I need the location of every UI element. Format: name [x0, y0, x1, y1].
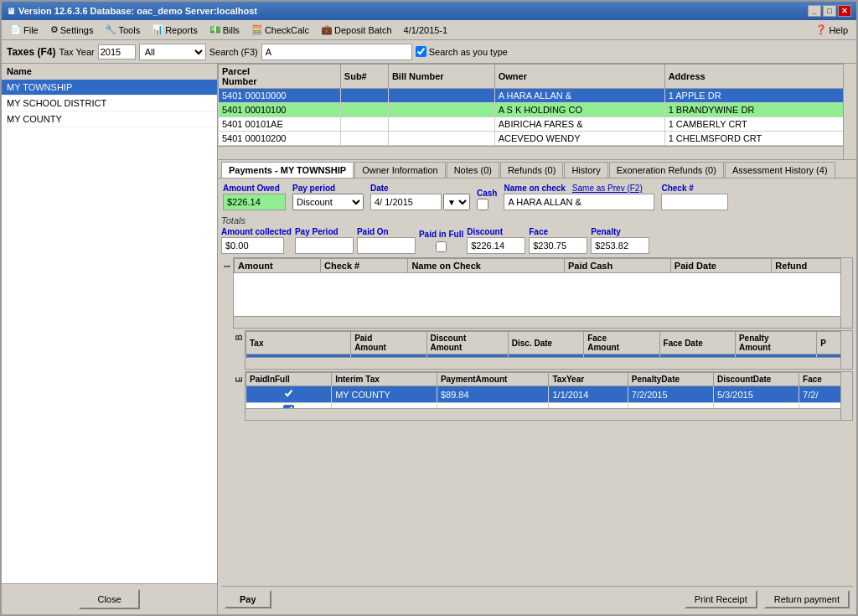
table-row[interactable]: 5401 00010000 A HARA ALLAN & 1 APPLE DR [219, 89, 856, 103]
parcel-col-header: ParcelNumber [219, 65, 341, 89]
cash-checkbox[interactable] [477, 199, 488, 210]
maximize-button[interactable]: □ [823, 5, 836, 17]
list-item-my-school[interactable]: MY SCHOOL DISTRICT [2, 96, 217, 111]
address-col-header: Address [664, 65, 855, 89]
pay-period-totals-input[interactable] [295, 237, 354, 254]
bill-cell [388, 117, 494, 132]
menu-settings[interactable]: ⚙ Settings [45, 23, 99, 37]
owner-cell: ACEVEDO WENDY [494, 132, 664, 146]
discount-input[interactable] [467, 237, 525, 254]
name-on-check-input[interactable] [504, 194, 654, 210]
tab-exoneration[interactable]: Exoneration Refunds (0) [609, 162, 724, 178]
menu-bills[interactable]: 💵 Bills [204, 23, 245, 37]
check-num-input[interactable] [661, 194, 728, 210]
amount-collected-input[interactable] [221, 237, 284, 254]
table-row[interactable]: 5401 00101AE ABIRICHA FARES & 1 CAMBERLY… [219, 117, 856, 132]
owner-cell: A HARA ALLAN & [494, 89, 664, 103]
tax-bills-scrollbar-v[interactable] [840, 331, 852, 369]
collect-section: Collect Amount Check # Name [221, 257, 853, 586]
checkcalc-icon: 🧮 [251, 24, 263, 35]
tab-history[interactable]: History [564, 162, 607, 178]
parcels-scrollbar-h[interactable] [218, 146, 843, 159]
date-dropdown[interactable]: ▼ [443, 194, 470, 210]
pay-period-totals-label: Pay Period [295, 227, 354, 236]
collect-scrollbar-v[interactable] [840, 258, 852, 328]
date-input[interactable] [370, 194, 442, 210]
totals-label: Totals [221, 215, 853, 225]
tab-notes[interactable]: Notes (0) [447, 162, 499, 178]
main-area: Name MY TOWNSHIP MY SCHOOL DISTRICT MY C… [2, 64, 856, 614]
tab-refunds[interactable]: Refunds (0) [500, 162, 563, 178]
return-payment-button[interactable]: Return payment [764, 590, 850, 608]
main-toolbar: Taxes (F4) Tax Year All Search (F3) Sear… [2, 40, 856, 64]
filter-dropdown[interactable]: All [139, 44, 206, 60]
interim-scrollbar-h[interactable] [246, 408, 840, 420]
pay-period-dropdown[interactable]: Discount Face Penalty [292, 194, 364, 210]
tax-year-input[interactable] [98, 44, 136, 60]
face-input[interactable] [529, 237, 587, 254]
amount-collected-field: Amount collected [221, 227, 292, 254]
face-date-col-header: Face Date [659, 332, 735, 355]
disc-date-col-header: Disc. Date [508, 332, 583, 355]
list-item-my-county[interactable]: MY COUNTY [2, 111, 217, 127]
interim-scrollbar-v[interactable] [840, 372, 852, 420]
tax-bills-scrollbar-h[interactable] [246, 357, 840, 369]
discount-date-col-header: DiscountDate [713, 373, 799, 386]
tax-bills-content: Tax PaidAmount DiscountAmount Disc. Date… [245, 330, 853, 370]
tab-payments[interactable]: Payments - MY TOWNSHIP [221, 162, 354, 178]
close-button[interactable]: Close [79, 589, 139, 609]
address-cell: 1 CHELMSFORD CRT [664, 132, 855, 146]
tools-icon: 🔧 [105, 24, 116, 35]
face-label: Face [529, 227, 587, 236]
sub-cell [340, 132, 388, 146]
list-item-my-township[interactable]: MY TOWNSHIP [2, 80, 217, 96]
penalty-label: Penalty [591, 227, 649, 236]
same-as-prev-link[interactable]: Same as Prev (F2) [572, 184, 643, 193]
paid-in-full-checkbox[interactable] [419, 241, 463, 252]
table-row[interactable]: 5401 00010100 A S K HOLDING CO 1 BRANDYW… [219, 103, 856, 117]
discount-date-cell: 5/3/2015 [713, 386, 799, 403]
penalty-field: Penalty [591, 227, 649, 254]
check-num-label: Check # [661, 184, 728, 193]
penalty-input[interactable] [591, 237, 649, 254]
discount-amount-col-header: DiscountAmount [426, 332, 508, 355]
parcels-scrollbar-v[interactable] [843, 64, 856, 159]
paid-on-input[interactable] [357, 237, 416, 254]
menu-deposit-batch[interactable]: 💼 Deposit Batch [316, 23, 396, 37]
collect-content: Amount Check # Name on Check Paid Cash P… [233, 257, 853, 586]
collect-scrollbar-h[interactable] [234, 316, 840, 328]
menu-help[interactable]: ❓ Help [810, 23, 853, 37]
penalty-amount-col-header: PenaltyAmount [735, 332, 816, 355]
pay-button[interactable]: Pay [225, 590, 271, 608]
owner-cell: ABIRICHA FARES & [494, 117, 664, 132]
sub-cell [340, 89, 388, 103]
amount-owed-input[interactable] [223, 194, 286, 210]
menu-checkcalc[interactable]: 🧮 CheckCalc [246, 23, 314, 37]
tab-assessment[interactable]: Assessment History (4) [725, 162, 835, 178]
menu-tools[interactable]: 🔧 Tools [100, 23, 145, 37]
collect-table: Amount Check # Name on Check Paid Cash P… [234, 258, 852, 273]
menu-reports[interactable]: 📊 Reports [147, 23, 203, 37]
face-field: Face [529, 227, 587, 254]
close-window-button[interactable]: ✕ [838, 5, 851, 17]
tab-owner-info[interactable]: Owner Information [354, 162, 445, 178]
menu-date[interactable]: 4/1/2015-1 [399, 23, 453, 37]
menu-file[interactable]: 📄 File [5, 23, 44, 37]
tax-year-label: Tax Year [59, 47, 94, 57]
collect-label: Collect [221, 257, 233, 586]
print-receipt-button[interactable]: Print Receipt [685, 590, 757, 608]
paid-in-full-col-header: PaidInFull [246, 373, 332, 386]
paid-amount-col-header: PaidAmount [351, 332, 426, 355]
discount-label: Discount [467, 227, 525, 236]
left-panel: Name MY TOWNSHIP MY SCHOOL DISTRICT MY C… [2, 64, 218, 614]
check-num-group: Check # [661, 184, 728, 210]
left-panel-header: Name [2, 64, 217, 80]
table-row[interactable]: MY COUNTY $89.84 1/1/2014 7/2/2015 5/3/2… [246, 386, 852, 403]
sub-col-header: Sub# [340, 65, 388, 89]
interim-section: INTERIM PaidInFull Interim Tax PaymentAm… [233, 371, 853, 421]
search-as-you-type-checkbox[interactable] [416, 46, 426, 57]
minimize-button[interactable]: _ [808, 5, 821, 17]
search-input[interactable] [261, 44, 412, 60]
table-row[interactable]: 5401 00010200 ACEVEDO WENDY 1 CHELMSFORD… [219, 132, 856, 146]
face-amount-col-header: FaceAmount [584, 332, 659, 355]
